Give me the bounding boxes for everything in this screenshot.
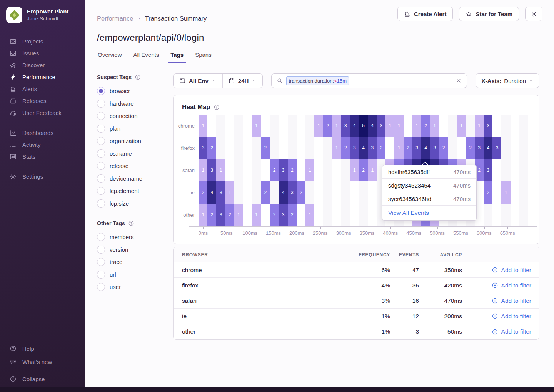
heatmap-cell[interactable]: 1 <box>216 159 225 181</box>
tag-radio-device-name[interactable]: device.name <box>97 174 173 183</box>
breadcrumb-performance[interactable]: Performance <box>97 15 133 22</box>
heatmap-cell[interactable]: 1 <box>501 181 511 204</box>
settings-button[interactable] <box>525 7 542 21</box>
sidebar-item-user-feedback[interactable]: User Feedback <box>0 107 85 119</box>
heatmap-cell[interactable]: 1 <box>252 115 261 137</box>
heatmap-cell[interactable]: 5 <box>359 115 368 137</box>
environment-selector[interactable]: All Env <box>174 74 222 88</box>
add-to-filter-button[interactable]: Add to filter <box>462 267 531 274</box>
x-axis-selector[interactable]: X-Axis: Duration <box>476 73 539 88</box>
tag-radio-url[interactable]: url <box>97 271 173 279</box>
tag-radio-connection[interactable]: connection <box>97 112 173 120</box>
heatmap-cell[interactable]: 1 <box>394 137 404 159</box>
heatmap-cell[interactable]: 2 <box>466 137 475 159</box>
tag-radio-lcp-element[interactable]: lcp.element <box>97 187 173 195</box>
tooltip-event-row[interactable]: hdsfhr635635dff470ms <box>382 165 476 179</box>
clear-search-icon[interactable] <box>456 78 462 84</box>
add-to-filter-button[interactable]: Add to filter <box>462 282 531 289</box>
heatmap-cell[interactable]: 1 <box>305 159 315 181</box>
search-token[interactable]: transaction.duration:<15m <box>286 76 349 85</box>
sidebar-item-projects[interactable]: Projects <box>0 35 85 47</box>
view-all-events-link[interactable]: View All Events <box>382 206 476 220</box>
heatmap-cell[interactable]: 1 <box>199 159 208 181</box>
tooltip-event-row[interactable]: syer63456346hd470ms <box>382 192 476 206</box>
heatmap-cell[interactable]: 4 <box>421 137 431 159</box>
org-switcher[interactable]: Empower Plant Jane Schmidt <box>0 0 85 30</box>
heatmap-cell[interactable]: 3 <box>279 159 288 181</box>
tag-radio-organization[interactable]: organization <box>97 137 173 145</box>
heatmap-cell[interactable]: 1 <box>394 115 404 137</box>
sidebar-item-performance[interactable]: Performance <box>0 71 85 83</box>
heatmap-cell[interactable]: 3 <box>199 137 208 159</box>
heatmap-cell[interactable]: 4 <box>279 181 288 204</box>
heatmap-cell[interactable]: 1 <box>199 115 208 137</box>
heatmap-cell[interactable]: 2 <box>261 137 270 159</box>
heatmap-cell[interactable]: 1 <box>199 204 208 226</box>
heatmap-cell[interactable]: 3 <box>377 115 386 137</box>
heatmap-cell[interactable]: 1 <box>225 181 234 204</box>
tab-all-events[interactable]: All Events <box>133 51 160 63</box>
heatmap-cell[interactable]: 2 <box>359 159 368 181</box>
heatmap-cell[interactable]: 2 <box>207 204 217 226</box>
sidebar-item-alerts[interactable]: Alerts <box>0 83 85 95</box>
heatmap-cell[interactable]: 1 <box>457 115 466 137</box>
sidebar-item-settings[interactable]: Settings <box>0 171 85 183</box>
heatmap-cell[interactable]: 3 <box>216 204 225 226</box>
heatmap-cell[interactable]: 2 <box>377 137 386 159</box>
heatmap-cell[interactable]: 2 <box>288 159 297 181</box>
heatmap-cell[interactable]: 4 <box>350 115 359 137</box>
tab-spans[interactable]: Spans <box>194 51 212 63</box>
heatmap-cell[interactable]: 1 <box>332 115 341 137</box>
tab-overview[interactable]: Overview <box>97 51 123 63</box>
heatmap-cell[interactable]: 4 <box>484 137 493 159</box>
heatmap-cell[interactable]: 3 <box>412 137 422 159</box>
add-to-filter-button[interactable]: Add to filter <box>462 297 531 304</box>
heatmap-cell[interactable]: 3 <box>350 137 359 159</box>
heatmap-cell[interactable]: 1 <box>368 159 377 181</box>
sidebar-item-stats[interactable]: Stats <box>0 151 85 163</box>
tag-radio-members[interactable]: members <box>97 233 173 241</box>
star-for-team-button[interactable]: Star for Team <box>459 7 519 21</box>
sidebar-item-issues[interactable]: Issues <box>0 47 85 59</box>
heatmap-cell[interactable]: 3 <box>341 115 350 137</box>
heatmap-cell[interactable]: 3 <box>484 159 493 181</box>
heatmap-cell[interactable]: 1 <box>430 115 439 137</box>
heatmap-cell[interactable]: 1 <box>475 115 484 137</box>
tag-radio-version[interactable]: version <box>97 246 173 254</box>
search-bar[interactable]: transaction.duration:<15m <box>271 73 467 88</box>
heatmap-cell[interactable]: 4 <box>368 115 377 137</box>
heatmap-cell[interactable]: 2 <box>404 137 413 159</box>
add-to-filter-button[interactable]: Add to filter <box>462 328 531 335</box>
heatmap-cell[interactable]: 1 <box>305 204 315 226</box>
heatmap-cell[interactable]: 4 <box>207 181 217 204</box>
heatmap-cell[interactable]: 2 <box>323 115 332 137</box>
heatmap-cell[interactable]: 3 <box>484 115 493 137</box>
heatmap-cell[interactable]: 2 <box>421 115 431 137</box>
heatmap-cell[interactable]: 4 <box>359 137 368 159</box>
sidebar-item-help[interactable]: Help <box>0 342 85 355</box>
sidebar-item-releases[interactable]: Releases <box>0 95 85 107</box>
heatmap-cell[interactable]: 3 <box>475 137 484 159</box>
heatmap-cell[interactable]: 2 <box>207 137 217 159</box>
heatmap-cell[interactable]: 2 <box>297 181 306 204</box>
tag-radio-browser[interactable]: browser <box>97 87 173 95</box>
heatmap-cell[interactable]: 3 <box>279 204 288 226</box>
heatmap-cell[interactable]: 2 <box>270 159 279 181</box>
heatmap-cell[interactable]: 3 <box>492 137 502 159</box>
heatmap-cell[interactable]: 2 <box>341 137 350 159</box>
tag-radio-trace[interactable]: trace <box>97 258 173 266</box>
heatmap-cell[interactable]: 2 <box>439 137 448 159</box>
heatmap-cell[interactable]: 1 <box>332 137 341 159</box>
heatmap-cell[interactable]: 1 <box>350 159 359 181</box>
heatmap-cell[interactable]: 3 <box>207 159 217 181</box>
sidebar-item-discover[interactable]: Discover <box>0 59 85 71</box>
heatmap-cell[interactable]: 1 <box>234 204 244 226</box>
sidebar-item-activity[interactable]: Activity <box>0 139 85 151</box>
heatmap-cell[interactable]: 1 <box>252 204 261 226</box>
question-circle-icon[interactable] <box>128 220 134 226</box>
tooltip-event-row[interactable]: sdgsty34523454470ms <box>382 179 476 192</box>
question-circle-icon[interactable] <box>135 74 141 80</box>
heatmap-cell[interactable]: 1 <box>412 115 422 137</box>
heatmap-cell[interactable]: 3 <box>430 137 439 159</box>
tag-radio-release[interactable]: release <box>97 162 173 170</box>
